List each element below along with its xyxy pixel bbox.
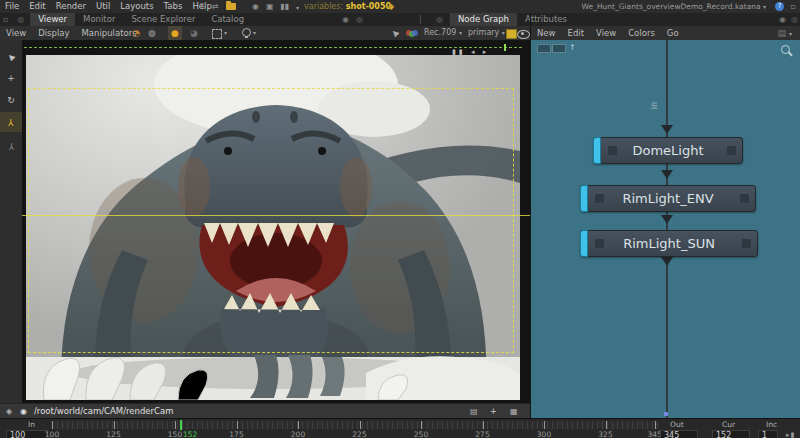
cur-label: Cur	[722, 420, 735, 429]
live-render-icon[interactable]: ●	[168, 26, 182, 40]
ruler-tick-label: 300	[537, 430, 551, 438]
nodegraph-pane-icon[interactable]: ◎	[436, 13, 443, 26]
ruler-tick	[655, 421, 656, 429]
ng-menu-colors[interactable]: Colors	[622, 26, 661, 40]
scale-tool[interactable]: Y	[0, 134, 22, 154]
camera-path[interactable]: /root/world/cam/CAM/renderCam	[34, 404, 173, 419]
snapshot-icon[interactable]: ◕	[190, 26, 198, 40]
menu-tabs[interactable]: Tabs	[159, 0, 188, 13]
node-port-right[interactable]	[740, 194, 749, 203]
ng-bookmark-widget[interactable]	[537, 44, 551, 53]
current-frame-label: 152	[182, 430, 198, 438]
rotate-tool[interactable]: ↻	[0, 90, 22, 110]
nodegraph-canvas[interactable]: in DomeLightRimLight_ENVRimLight_SUN ↑	[531, 40, 800, 418]
ng-view-options-icon[interactable]: ▤ ▾	[778, 26, 792, 41]
background-swatch[interactable]	[506, 29, 517, 39]
cube-icon[interactable]: ▣	[266, 0, 274, 13]
nodegraph-tabs: Node GraphAttributes	[450, 13, 575, 26]
panel-square-icon[interactable]: ▫	[0, 15, 11, 24]
menu-layouts[interactable]: Layouts	[115, 0, 158, 13]
inc-field[interactable]: 1	[758, 430, 778, 438]
visibility-eye-icon[interactable]	[517, 30, 530, 39]
render-dot-icon[interactable]: ◉	[252, 0, 259, 13]
ng-up-level-icon[interactable]: ↑	[569, 43, 576, 52]
wire-endpoint-dot	[664, 412, 668, 416]
project-filename[interactable]: We_Hunt_Giants_overviewDemo_Record.katan…	[582, 0, 766, 13]
tab-scene-explorer[interactable]: Scene Explorer	[123, 13, 203, 26]
viewer-viewport[interactable]: ▮▮ ◂ ▸	[22, 40, 530, 403]
help-icon[interactable]: ?	[775, 2, 784, 11]
out-label: Out	[670, 420, 684, 429]
ng-bookmark-widget[interactable]	[552, 44, 566, 53]
pause-icon[interactable]: ▮▮	[280, 0, 289, 13]
transform-tool-active[interactable]: Y	[0, 112, 22, 132]
viewer-tool-column: ▶ + ↻ Y Y	[0, 40, 23, 403]
marquee-select-icon[interactable]	[212, 29, 222, 39]
viewport-playback-controls[interactable]: ▮▮ ◂ ▸	[452, 48, 489, 56]
current-frame-marker[interactable]	[180, 420, 182, 430]
ng-menu-new[interactable]: New	[531, 26, 562, 40]
pan-icon[interactable]: +	[490, 404, 497, 419]
camera-icon[interactable]: ◉	[20, 404, 27, 419]
node-port-right[interactable]	[742, 239, 751, 248]
playback-transport-icons[interactable]: ▸▮	[786, 431, 795, 438]
persp-cam-icon[interactable]: ◔	[132, 26, 140, 40]
channel-dropdown[interactable]: primary ▾	[468, 26, 505, 40]
viewer-pane-pin-icon[interactable]: ◉	[342, 13, 349, 26]
panel-gear-icon[interactable]: ◎	[14, 15, 27, 24]
ng-search-icon[interactable]	[781, 45, 790, 54]
sync-icon[interactable]: ↻	[200, 0, 207, 13]
light-select-icon[interactable]	[242, 28, 251, 37]
timeline-ruler[interactable]	[52, 421, 658, 429]
menu-util[interactable]: Util	[91, 0, 115, 13]
pointer-icon[interactable]: ▶	[388, 26, 402, 40]
node-rimlight_sun[interactable]: RimLight_SUN	[580, 230, 758, 257]
light-caret-icon[interactable]: ▾	[253, 26, 256, 40]
tab-node-graph[interactable]: Node Graph	[450, 13, 517, 26]
grid-icon[interactable]: ▦	[510, 404, 518, 419]
node-port-right[interactable]	[727, 146, 736, 155]
tab-attributes[interactable]: Attributes	[517, 13, 575, 26]
out-field[interactable]: 345	[660, 430, 698, 438]
menu-file[interactable]: File	[0, 0, 24, 13]
node-domelight[interactable]: DomeLight	[593, 137, 743, 164]
tab-catalog[interactable]: Catalog	[203, 13, 252, 26]
ng-pane-pin-icon[interactable]: ◉	[779, 13, 786, 26]
swap-icon[interactable]: ⇄	[212, 0, 219, 13]
ng-menu-view[interactable]: View	[590, 26, 622, 40]
translate-tool[interactable]: +	[0, 68, 22, 88]
colorspace-dropdown[interactable]: Rec.709 ▾	[424, 26, 462, 40]
ruler-tick-label: 325	[598, 430, 612, 438]
ruler-tick-label: 150	[168, 430, 182, 438]
viewer-menu-display[interactable]: Display	[32, 26, 75, 40]
ruler-tick	[421, 421, 422, 429]
in-field[interactable]: 100	[6, 430, 48, 438]
variables-indicator[interactable]: variables: shot-0050	[304, 0, 391, 13]
tab-viewer[interactable]: Viewer	[30, 13, 75, 26]
center-guide-line	[22, 215, 530, 216]
ng-menu-edit[interactable]: Edit	[562, 26, 590, 40]
window-options-icon[interactable]: ▫	[791, 0, 796, 13]
viewer-pane-menu-icon[interactable]: ◎	[356, 13, 363, 26]
ng-menu-go[interactable]: Go	[661, 26, 685, 40]
tab-monitor[interactable]: Monitor	[75, 13, 123, 26]
lookthrough-icon[interactable]: ◈	[6, 404, 12, 419]
film-gate-icon[interactable]: ▤	[470, 404, 478, 419]
variables-prefix: variables:	[304, 2, 343, 11]
select-tool[interactable]: ▶	[0, 46, 22, 66]
ng-pane-menu-icon[interactable]: ◎	[791, 13, 798, 26]
node-rimlight_env[interactable]: RimLight_ENV	[580, 185, 756, 212]
cur-field[interactable]: 152	[712, 430, 750, 438]
menu-render[interactable]: Render	[51, 0, 91, 13]
node-connection-wire	[666, 40, 668, 418]
bookmark-icon[interactable]: ◆	[388, 0, 394, 13]
render-crop-guide	[28, 88, 514, 353]
node-label: DomeLight	[594, 138, 742, 163]
viewer-menu-view[interactable]: View	[0, 26, 32, 40]
globe-icon[interactable]: ◍	[148, 26, 156, 40]
folder-icon[interactable]	[226, 3, 236, 10]
menu-edit[interactable]: Edit	[24, 0, 50, 13]
menubar-items: FileEditRenderUtilLayoutsTabsHelp	[0, 1, 217, 11]
rgb-channels-icon[interactable]	[406, 30, 418, 37]
marquee-caret-icon[interactable]: ▾	[224, 26, 227, 40]
